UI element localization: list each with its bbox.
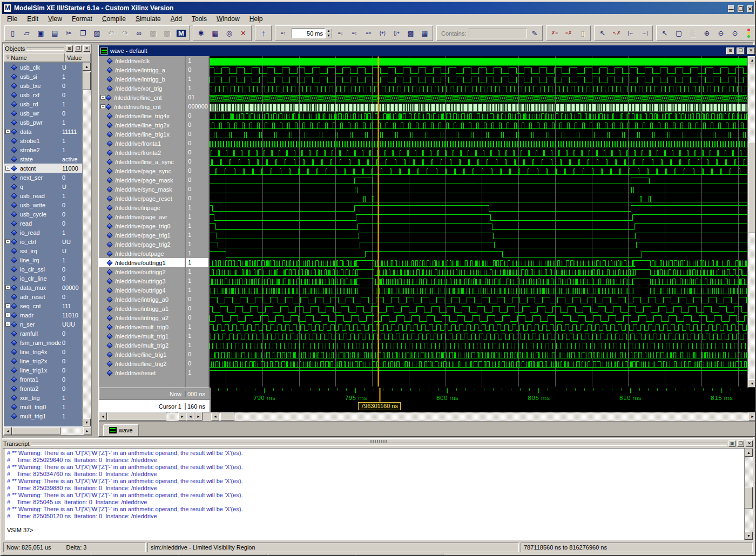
wave-row-line_trig1x[interactable]: /nleddrive/line_trig1x: [99, 130, 185, 139]
objects-row-mult_trig0[interactable]: mult_trig01: [4, 402, 82, 411]
objects-row-adr_reset[interactable]: adr_reset0: [4, 292, 82, 301]
show-drivers-button[interactable]: ▩: [146, 27, 160, 40]
scroll-left-icon[interactable]: ◄: [186, 412, 194, 421]
menu-item-add[interactable]: Add: [166, 14, 187, 24]
wave-row-inpage[interactable]: /nleddrive/inpage: [99, 203, 185, 212]
scroll-down-icon[interactable]: ▼: [745, 532, 753, 540]
zoom-full-button[interactable]: ⊙: [728, 27, 741, 40]
objects-row-fsm_ram_mode[interactable]: fsm_ram_mode0: [4, 338, 82, 347]
objects-row-usb_rd[interactable]: usb_rd1: [4, 99, 82, 109]
erase-filter-button[interactable]: ✎: [528, 27, 541, 40]
spinner-up-icon[interactable]: ▲: [325, 29, 332, 33]
stop-traffic-button[interactable]: [742, 27, 755, 40]
scroll-thumb[interactable]: [748, 143, 756, 233]
objects-panel-titlebar[interactable]: Objects ⊞ ❐ ✕: [4, 44, 91, 53]
wave-row-intrigg_a0[interactable]: /nleddrive/intrigg_a0: [99, 295, 185, 304]
wave-row-sync_mask[interactable]: /nleddrive/sync_mask: [99, 185, 185, 194]
objects-row-seq_cnt[interactable]: +seq_cnt111: [4, 301, 82, 310]
show-readers-button[interactable]: ▩: [160, 27, 174, 40]
scroll-down-icon[interactable]: ▼: [748, 379, 756, 388]
menu-item-format[interactable]: Format: [67, 14, 97, 24]
menu-item-view[interactable]: View: [43, 14, 67, 24]
objects-row-ssi_irq[interactable]: ssi_irqU: [4, 246, 82, 255]
scroll-right-icon[interactable]: ►: [178, 412, 186, 421]
transcript-expand-button[interactable]: ⊞: [728, 440, 735, 447]
save-button[interactable]: ▣: [34, 27, 48, 40]
wave-row-intrigg_a2[interactable]: /nleddrive/intrigg_a2: [99, 313, 185, 322]
expand-plus-icon[interactable]: +: [5, 322, 10, 327]
cursor-time-badge[interactable]: 796301160 ns: [358, 402, 401, 410]
objects-row-line_trig1x[interactable]: line_trig1x0: [4, 365, 82, 375]
objects-row-n_ser[interactable]: +n_serUUU: [4, 320, 82, 329]
wave-horizontal-scrollbar[interactable]: ◄ ►: [211, 412, 756, 421]
expand-plus-icon[interactable]: +: [5, 313, 10, 317]
cursor-row[interactable]: Cursor 1 160 ns: [99, 400, 210, 412]
run-up-button[interactable]: ↑: [256, 27, 270, 40]
transcript-drag-grip[interactable]: [31, 443, 727, 446]
contains-input[interactable]: [469, 29, 527, 38]
wave-row-page_mask[interactable]: /nleddrive/page_mask: [99, 175, 185, 185]
wave-row-clk[interactable]: /nleddrive/clk: [99, 56, 185, 65]
scroll-right-icon[interactable]: ►: [748, 412, 756, 421]
scroll-thumb[interactable]: [12, 427, 60, 435]
compile-all-button[interactable]: ▦: [208, 27, 222, 40]
objects-row-io_ctrl[interactable]: +io_ctrlUU: [4, 237, 82, 246]
wave-row-intrigg_a[interactable]: /nleddrive/intrigg_a: [99, 65, 185, 74]
simulate-button[interactable]: ◎: [222, 27, 236, 40]
scroll-thumb[interactable]: [745, 487, 753, 508]
transcript-log[interactable]: # ** Warning: There is an 'U'|'X'|'W'|'Z…: [3, 449, 744, 540]
wave-row-outtrigg4[interactable]: /nleddrive/outtrigg4: [99, 286, 185, 295]
objects-row-madr[interactable]: +madr11010: [4, 310, 82, 320]
wave-row-outpage[interactable]: /nleddrive/outpage: [99, 249, 185, 258]
new-file-button[interactable]: ▯: [6, 27, 19, 40]
wave-row-line_trig1[interactable]: /nleddrive/line_trig1: [99, 350, 185, 359]
menu-item-edit[interactable]: Edit: [22, 14, 43, 24]
waveform-area[interactable]: [210, 56, 747, 388]
waveform-canvas[interactable]: [210, 56, 747, 387]
cut-button[interactable]: ✂: [62, 27, 76, 40]
redo-button[interactable]: ↷: [118, 27, 132, 40]
wave-vertical-scrollbar[interactable]: ▲ ▼: [747, 56, 756, 388]
close-button[interactable]: ✕: [747, 5, 753, 12]
expand-plus-icon[interactable]: +: [5, 239, 10, 244]
window-titlebar[interactable]: M ModelSim XE III/Starter 6.1e - Custom …: [2, 2, 754, 14]
restart-button[interactable]: ≡↑: [276, 27, 290, 40]
scroll-left-icon[interactable]: ◄: [99, 412, 107, 421]
wave-row-page_trig1[interactable]: /nleddrive/page_trig1: [99, 230, 185, 240]
wave-row-fronta2[interactable]: /nleddrive/fronta2: [99, 148, 185, 157]
objects-row-usb_wr[interactable]: usb_wr0: [4, 109, 82, 118]
zoom-mode-button[interactable]: ▢: [672, 27, 685, 40]
wave-window-titlebar[interactable]: wave - default ⊞ ❐ ✕: [99, 45, 756, 56]
wave-row-fronta1[interactable]: /nleddrive/fronta1: [99, 139, 185, 148]
objects-row-strobe2[interactable]: strobe21: [4, 145, 82, 154]
undo-button[interactable]: ↶: [104, 27, 118, 40]
menu-item-help[interactable]: Help: [245, 14, 268, 24]
wave-row-line_trig4x[interactable]: /nleddrive/line_trig4x: [99, 111, 185, 120]
cut-all-right-button[interactable]: »✗: [562, 27, 575, 40]
wave-row-line_trig2x[interactable]: /nleddrive/line_trig2x: [99, 120, 185, 130]
objects-row-xor_trig[interactable]: xor_trig1: [4, 393, 82, 402]
spinner-down-icon[interactable]: ▼: [325, 33, 332, 38]
objects-row-next_ser[interactable]: next_ser0: [4, 173, 82, 182]
wave-row-outtrigg3[interactable]: /nleddrive/outtrigg3: [99, 276, 185, 286]
scroll-up-icon[interactable]: ▲: [748, 56, 756, 64]
zoom-out-button[interactable]: ⊖: [714, 27, 727, 40]
objects-horizontal-scrollbar[interactable]: ◄ ►: [4, 427, 91, 435]
wave-row-trig_cnt[interactable]: +/nleddrive/trig_cnt: [99, 102, 185, 111]
name-column-header[interactable]: ∇ Name: [4, 53, 65, 62]
wave-row-page_reset[interactable]: /nleddrive/page_reset: [99, 194, 185, 203]
values-horizontal-scrollbar[interactable]: ◄ ►: [186, 412, 211, 421]
zoom-in-button[interactable]: ⊕: [700, 27, 713, 40]
scroll-right-icon[interactable]: ►: [194, 412, 202, 421]
objects-row-q[interactable]: qU: [4, 182, 82, 191]
scroll-thumb[interactable]: [107, 412, 166, 421]
scroll-left-icon[interactable]: ◄: [4, 427, 12, 435]
next-transition-button[interactable]: →|: [638, 27, 651, 40]
prev-transition-button[interactable]: |←: [624, 27, 637, 40]
objects-undock-button[interactable]: ❐: [75, 45, 82, 52]
timeline-canvas[interactable]: [211, 388, 749, 402]
objects-vertical-scrollbar[interactable]: ▲ ▼: [82, 63, 91, 426]
objects-row-mult_trig1[interactable]: mult_trig11: [4, 411, 82, 421]
restore-button[interactable]: ❐: [738, 5, 744, 12]
menu-item-simulate[interactable]: Simulate: [131, 14, 166, 24]
